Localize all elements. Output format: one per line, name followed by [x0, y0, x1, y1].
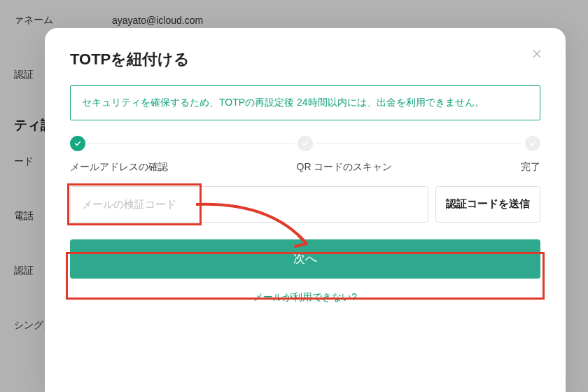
step-2-label: QR コードのスキャン — [168, 161, 521, 174]
close-button[interactable] — [531, 48, 545, 62]
step-1-label: メールアドレスの確認 — [70, 161, 168, 174]
step-connector-2 — [316, 144, 522, 144]
next-button[interactable]: 次へ — [70, 239, 540, 279]
verification-code-input[interactable] — [70, 186, 428, 223]
cant-use-email-link[interactable]: メールが利用できない? — [70, 291, 540, 304]
step-3-label: 完了 — [521, 161, 540, 174]
step-3 — [525, 136, 540, 151]
step-1-circle — [70, 136, 85, 151]
step-indicator — [70, 136, 540, 151]
code-input-row: 認証コードを送信 — [70, 186, 540, 223]
security-notice: セキュリティを確保するため、TOTPの再設定後 24時間以内には、出金を利用でき… — [70, 85, 540, 120]
step-2-circle — [298, 136, 313, 151]
step-connector-1 — [88, 144, 295, 144]
step-labels: メールアドレスの確認 QR コードのスキャン 完了 — [70, 161, 540, 174]
step-1 — [70, 136, 85, 151]
step-2 — [298, 136, 313, 151]
send-code-button[interactable]: 認証コードを送信 — [435, 186, 540, 223]
modal-title: TOTPを紐付ける — [70, 49, 540, 70]
totp-link-modal: TOTPを紐付ける セキュリティを確保するため、TOTPの再設定後 24時間以内… — [45, 28, 566, 392]
step-3-circle — [525, 136, 540, 151]
